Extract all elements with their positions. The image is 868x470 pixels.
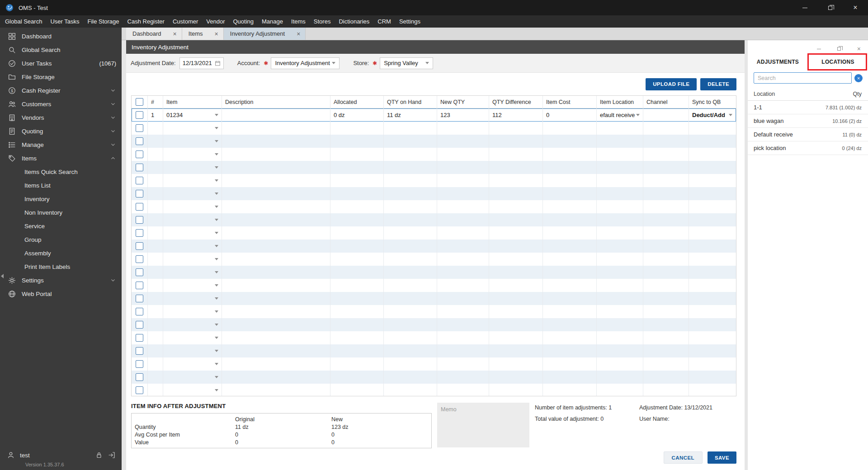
- row-cell-item[interactable]: [163, 200, 222, 213]
- row-cell-qty-difference[interactable]: [489, 213, 543, 226]
- row-cell-description[interactable]: [222, 318, 330, 331]
- row-cell-sync-to-qb[interactable]: [689, 148, 736, 161]
- row-cell-channel[interactable]: [643, 161, 689, 174]
- row-cell-allocated[interactable]: [330, 122, 384, 135]
- row-cell-allocated[interactable]: [330, 187, 384, 200]
- row-checkbox[interactable]: [136, 216, 143, 224]
- panel-tab-adjustments[interactable]: ADJUSTMENTS: [748, 54, 808, 69]
- row-cell-qty-on-hand[interactable]: [384, 318, 437, 331]
- row-cell-qty-difference[interactable]: [489, 292, 543, 305]
- row-cell-new-qty[interactable]: [437, 187, 489, 200]
- row-cell-qty-on-hand[interactable]: [384, 200, 437, 213]
- row-cell-description[interactable]: [222, 135, 330, 148]
- sidebar-item-user-tasks[interactable]: User Tasks(1067): [0, 56, 122, 70]
- row-cell-channel[interactable]: [643, 384, 689, 396]
- row-cell-sync-to-qb[interactable]: [689, 122, 736, 135]
- menu-crm[interactable]: CRM: [373, 15, 395, 28]
- row-cell-num[interactable]: [148, 292, 163, 305]
- row-cell-sync-to-qb[interactable]: [689, 279, 736, 292]
- row-cell-sync-to-qb[interactable]: [689, 161, 736, 174]
- row-cell-qty-difference[interactable]: [489, 135, 543, 148]
- row-cell-qty-on-hand[interactable]: [384, 187, 437, 200]
- upload-file-button[interactable]: UPLOAD FILE: [646, 78, 697, 90]
- menu-stores[interactable]: Stores: [310, 15, 335, 28]
- menu-file-storage[interactable]: File Storage: [83, 15, 123, 28]
- row-cell-qty-on-hand[interactable]: [384, 174, 437, 187]
- row-cell-item-location[interactable]: [597, 331, 643, 344]
- row-cell-channel[interactable]: [643, 200, 689, 213]
- row-cell-item-location[interactable]: [597, 122, 643, 135]
- row-cell-qty-difference[interactable]: [489, 226, 543, 240]
- row-cell-item-cost[interactable]: [543, 357, 597, 371]
- row-cell-channel[interactable]: [643, 122, 689, 135]
- row-cell-allocated[interactable]: 0 dz: [330, 108, 384, 122]
- sidebar-item-group[interactable]: Group: [0, 233, 122, 246]
- logout-icon[interactable]: [108, 451, 115, 459]
- row-cell-qty-on-hand[interactable]: [384, 148, 437, 161]
- row-cell-num[interactable]: [148, 240, 163, 253]
- row-cell-qty-on-hand[interactable]: [384, 357, 437, 371]
- row-cell-description[interactable]: [222, 266, 330, 279]
- row-cell-num[interactable]: [148, 226, 163, 240]
- row-cell-description[interactable]: [222, 226, 330, 240]
- tab-close-icon[interactable]: ×: [297, 31, 300, 37]
- tab-items[interactable]: Items×: [182, 28, 224, 40]
- location-row-pick-location[interactable]: pick location0 (24) dz: [748, 141, 868, 155]
- row-cell-item-location[interactable]: [597, 371, 643, 384]
- row-cell-num[interactable]: [148, 357, 163, 371]
- row-cell-num[interactable]: [148, 266, 163, 279]
- row-cell-allocated[interactable]: [330, 292, 384, 305]
- row-checkbox[interactable]: [136, 164, 143, 171]
- restore-button[interactable]: [817, 0, 843, 15]
- row-cell-channel[interactable]: [643, 253, 689, 266]
- cancel-button[interactable]: CANCEL: [664, 451, 703, 464]
- row-cell-item[interactable]: [163, 371, 222, 384]
- location-search-input[interactable]: [754, 72, 852, 84]
- row-cell-item-cost[interactable]: [543, 331, 597, 344]
- row-checkbox[interactable]: [136, 321, 143, 329]
- row-cell-num[interactable]: [148, 135, 163, 148]
- row-cell-item-location[interactable]: [597, 161, 643, 174]
- row-cell-channel[interactable]: [643, 108, 689, 122]
- row-cell-new-qty[interactable]: [437, 135, 489, 148]
- row-cell-item-cost[interactable]: [543, 174, 597, 187]
- sidebar-item-vendors[interactable]: Vendors: [0, 111, 122, 124]
- row-cell-description[interactable]: [222, 240, 330, 253]
- panel-tab-locations[interactable]: LOCATIONS: [808, 54, 868, 69]
- sidebar-item-cash-register[interactable]: $Cash Register: [0, 84, 122, 97]
- sidebar-item-dashboard[interactable]: Dashboard: [0, 29, 122, 43]
- row-cell-allocated[interactable]: [330, 148, 384, 161]
- row-cell-item-location[interactable]: [597, 213, 643, 226]
- sidebar-item-quoting[interactable]: Quoting: [0, 124, 122, 138]
- row-cell-allocated[interactable]: [330, 344, 384, 357]
- row-cell-num[interactable]: [148, 371, 163, 384]
- row-cell-item-cost[interactable]: [543, 161, 597, 174]
- row-cell-allocated[interactable]: [330, 213, 384, 226]
- row-cell-num[interactable]: [148, 200, 163, 213]
- row-cell-sync-to-qb[interactable]: [689, 384, 736, 396]
- save-button[interactable]: SAVE: [708, 451, 736, 464]
- row-cell-qty-on-hand[interactable]: [384, 384, 437, 396]
- row-checkbox[interactable]: [136, 124, 143, 132]
- row-checkbox[interactable]: [136, 360, 143, 368]
- row-cell-sync-to-qb[interactable]: [689, 344, 736, 357]
- row-cell-qty-difference[interactable]: [489, 266, 543, 279]
- row-cell-new-qty[interactable]: [437, 226, 489, 240]
- row-cell-channel[interactable]: [643, 305, 689, 318]
- row-cell-channel[interactable]: [643, 371, 689, 384]
- row-cell-description[interactable]: [222, 357, 330, 371]
- row-cell-qty-on-hand[interactable]: [384, 161, 437, 174]
- row-cell-new-qty[interactable]: [437, 148, 489, 161]
- row-cell-qty-on-hand[interactable]: [384, 292, 437, 305]
- row-checkbox[interactable]: [136, 203, 143, 211]
- row-cell-allocated[interactable]: [330, 331, 384, 344]
- row-cell-qty-difference[interactable]: [489, 371, 543, 384]
- row-cell-new-qty[interactable]: [437, 213, 489, 226]
- row-cell-new-qty[interactable]: 123: [437, 108, 489, 122]
- close-button[interactable]: ×: [843, 0, 868, 15]
- row-cell-new-qty[interactable]: [437, 305, 489, 318]
- row-cell-num[interactable]: [148, 213, 163, 226]
- row-cell-item-location[interactable]: [597, 279, 643, 292]
- row-cell-description[interactable]: [222, 384, 330, 396]
- row-cell-item-cost[interactable]: [543, 148, 597, 161]
